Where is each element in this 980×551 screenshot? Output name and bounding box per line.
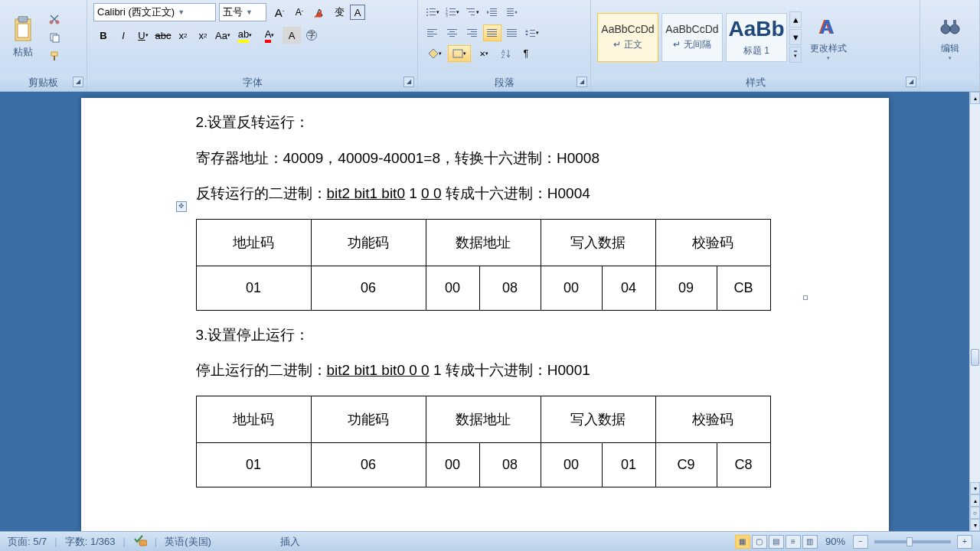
font-color-button[interactable]: A▾ bbox=[258, 27, 281, 44]
styles-launcher-icon[interactable]: ◢ bbox=[906, 77, 916, 87]
paragraph-launcher-icon[interactable]: ◢ bbox=[577, 77, 587, 87]
shading-button[interactable]: ▾ bbox=[423, 45, 446, 62]
show-marks-button[interactable]: ¶ bbox=[517, 45, 535, 62]
prev-page-icon[interactable]: ▴ bbox=[970, 494, 980, 507]
scroll-up-icon[interactable]: ▴ bbox=[970, 92, 980, 104]
para-binary2: 停止运行的二进制：bit2 bit1 bit0 0 0 1 转成十六进制：H00… bbox=[196, 360, 797, 382]
view-draft-button[interactable]: ▥ bbox=[802, 535, 818, 549]
enclose-char-button[interactable]: 字 bbox=[302, 27, 321, 44]
svg-rect-22 bbox=[469, 11, 475, 12]
zoom-slider[interactable] bbox=[874, 540, 951, 543]
shrink-font-button[interactable]: Aˇ bbox=[290, 4, 309, 21]
italic-button[interactable]: I bbox=[114, 27, 132, 44]
status-mode[interactable]: 插入 bbox=[280, 535, 300, 549]
vertical-scrollbar[interactable]: ▴ ▾ ▴ ○ ▾ bbox=[969, 92, 980, 531]
change-case-button[interactable]: Aa▾ bbox=[214, 27, 232, 44]
group-clipboard: 粘贴 剪贴板◢ bbox=[0, 0, 87, 91]
table-move-handle-icon[interactable]: ✥ bbox=[176, 201, 187, 212]
change-styles-button[interactable]: AA 更改样式 ▾ bbox=[805, 11, 851, 63]
svg-rect-33 bbox=[427, 31, 433, 32]
svg-rect-63 bbox=[953, 20, 956, 26]
svg-rect-12 bbox=[430, 11, 436, 12]
align-distribute-button[interactable] bbox=[503, 24, 521, 41]
style-heading1[interactable]: AaBb标题 1 bbox=[726, 13, 787, 62]
indent-right-button[interactable] bbox=[503, 4, 521, 21]
document-area[interactable]: 2.设置反转运行： 寄存器地址：40009，40009-40001=8，转换十六… bbox=[0, 92, 969, 531]
view-fullscreen-button[interactable]: ▢ bbox=[752, 535, 767, 549]
font-size-combo[interactable]: 五号▼ bbox=[219, 3, 266, 21]
svg-rect-32 bbox=[427, 29, 437, 30]
svg-rect-1 bbox=[18, 16, 28, 22]
style-nospacing[interactable]: AaBbCcDd↵ 无间隔 bbox=[662, 13, 723, 62]
sort-button[interactable]: AZ bbox=[497, 45, 515, 62]
page: 2.设置反转运行： 寄存器地址：40009，40009-40001=8，转换十六… bbox=[81, 98, 889, 531]
caret-down-icon: ▼ bbox=[246, 8, 253, 16]
bold-button[interactable]: B bbox=[94, 27, 113, 44]
indent-left-button[interactable] bbox=[483, 4, 501, 21]
font-launcher-icon[interactable]: ◢ bbox=[403, 77, 414, 87]
numbering-button[interactable]: 123▾ bbox=[443, 4, 462, 21]
clear-format-button[interactable]: A◢ bbox=[310, 4, 328, 21]
style-scroll-up[interactable]: ▴ bbox=[789, 11, 802, 28]
char-scale-button[interactable]: ✕▾ bbox=[472, 45, 495, 62]
cut-button[interactable] bbox=[45, 11, 64, 28]
spellcheck-icon[interactable] bbox=[133, 534, 147, 549]
view-print-layout-button[interactable]: ▦ bbox=[735, 535, 750, 549]
svg-rect-47 bbox=[487, 36, 497, 37]
clipboard-launcher-icon[interactable]: ◢ bbox=[73, 77, 83, 87]
superscript-button[interactable]: x2 bbox=[194, 27, 212, 44]
align-left-button[interactable] bbox=[423, 24, 442, 41]
font-group-label: 字体 bbox=[243, 77, 263, 88]
table-resize-handle-icon[interactable] bbox=[803, 295, 808, 300]
grow-font-button[interactable]: Aˆ bbox=[270, 4, 289, 21]
editing-button[interactable]: 编辑 ▾ bbox=[932, 11, 969, 63]
svg-rect-42 bbox=[467, 34, 477, 34]
svg-rect-14 bbox=[430, 15, 436, 15]
svg-rect-29 bbox=[507, 11, 514, 11]
paste-button[interactable]: 粘贴 bbox=[5, 15, 41, 60]
bullets-button[interactable]: ▾ bbox=[423, 4, 442, 21]
char-shading-button[interactable]: A bbox=[283, 27, 301, 44]
svg-rect-6 bbox=[53, 35, 59, 42]
line-spacing-button[interactable]: ▾ bbox=[523, 24, 541, 41]
phonetic-button[interactable]: 变 bbox=[330, 4, 348, 21]
font-family-combo[interactable]: Calibri (西文正文)▼ bbox=[93, 3, 216, 21]
scroll-track[interactable] bbox=[970, 104, 980, 482]
char-border-button[interactable]: A bbox=[350, 5, 365, 20]
svg-rect-38 bbox=[447, 34, 457, 34]
zoom-in-button[interactable]: + bbox=[957, 535, 972, 549]
zoom-out-button[interactable]: − bbox=[853, 535, 868, 549]
status-lang[interactable]: 英语(美国) bbox=[165, 535, 211, 549]
underline-button[interactable]: U▾ bbox=[134, 27, 152, 44]
highlight-button[interactable]: ab▾ bbox=[234, 27, 256, 44]
svg-rect-34 bbox=[427, 34, 437, 34]
format-painter-button[interactable] bbox=[45, 47, 64, 64]
scroll-down-icon[interactable]: ▾ bbox=[970, 482, 980, 494]
subscript-button[interactable]: x2 bbox=[174, 27, 192, 44]
align-center-button[interactable] bbox=[443, 24, 462, 41]
next-page-icon[interactable]: ▾ bbox=[970, 519, 980, 531]
view-outline-button[interactable]: ≡ bbox=[786, 535, 801, 549]
para-heading2: 2.设置反转运行： bbox=[196, 112, 797, 134]
zoom-handle[interactable] bbox=[906, 537, 913, 546]
svg-rect-2 bbox=[18, 24, 28, 37]
strikethrough-button[interactable]: abc bbox=[154, 27, 172, 44]
status-page[interactable]: 页面: 5/7 bbox=[8, 535, 47, 549]
style-scroll-down[interactable]: ▾ bbox=[789, 29, 802, 45]
copy-button[interactable] bbox=[45, 29, 64, 46]
paste-label: 粘贴 bbox=[13, 45, 33, 59]
svg-rect-53 bbox=[530, 33, 535, 34]
borders-button[interactable]: ▾ bbox=[448, 45, 471, 62]
browse-object-icon[interactable]: ○ bbox=[970, 507, 980, 519]
align-justify-button[interactable] bbox=[483, 24, 501, 41]
zoom-value[interactable]: 90% bbox=[825, 536, 845, 547]
style-normal[interactable]: AaBbCcDd↵ 正文 bbox=[597, 13, 658, 62]
style-expand[interactable]: ▾ bbox=[789, 47, 802, 63]
align-right-button[interactable] bbox=[463, 24, 482, 41]
multilevel-button[interactable]: ▾ bbox=[463, 4, 482, 21]
svg-rect-54 bbox=[530, 36, 535, 37]
view-web-button[interactable]: ▤ bbox=[769, 535, 784, 549]
scroll-thumb[interactable] bbox=[971, 349, 979, 366]
svg-rect-51 bbox=[507, 36, 517, 37]
status-words[interactable]: 字数: 1/363 bbox=[65, 535, 116, 549]
